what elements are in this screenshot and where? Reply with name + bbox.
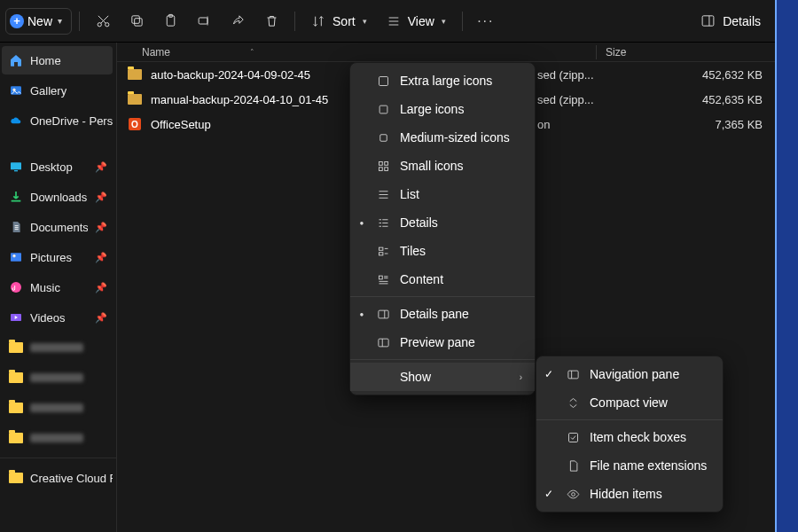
menu-item-check-boxes[interactable]: Item check boxes [536, 423, 723, 451]
view-button[interactable]: View ▾ [378, 5, 455, 37]
sort-button[interactable]: Sort ▾ [302, 5, 376, 37]
menu-item-content[interactable]: Content [350, 265, 535, 293]
sidebar-item-label: OneDrive - Pers [30, 114, 113, 128]
sidebar-item-label: Documents [30, 221, 88, 234]
menu-item-label: Details pane [400, 307, 469, 321]
preview-pane-icon [375, 336, 391, 349]
redacted-label [30, 403, 83, 412]
share-button[interactable] [222, 5, 254, 37]
menu-item-extensions[interactable]: File name extensions [536, 451, 723, 480]
chevron-down-icon: ▾ [363, 17, 367, 26]
column-header-name[interactable]: Name [117, 46, 170, 59]
svg-rect-20 [384, 161, 387, 165]
sidebar-item-videos[interactable]: Videos 📌 [2, 303, 113, 332]
sidebar-item-folder[interactable] [2, 364, 113, 392]
sidebar-item-folder[interactable] [2, 394, 113, 422]
menu-item-tiles[interactable]: Tiles [350, 237, 535, 265]
extra-large-icons-icon [375, 74, 391, 88]
svg-point-9 [13, 89, 16, 91]
menu-item-compact-view[interactable]: Compact view [536, 388, 723, 417]
sidebar-item-label: Desktop [30, 160, 73, 174]
file-type: sed (zipp... [537, 93, 599, 106]
menu-item-hidden-items[interactable]: ✓Hidden items [536, 480, 723, 508]
menu-item-show[interactable]: Show› [350, 363, 535, 391]
svg-rect-19 [379, 161, 382, 165]
bullet-icon: ● [357, 219, 366, 227]
sidebar-item-desktop[interactable]: Desktop 📌 [2, 153, 113, 181]
onedrive-icon [9, 113, 23, 128]
sidebar-item-documents[interactable]: Documents 📌 [2, 213, 113, 241]
svg-rect-24 [379, 252, 382, 254]
chevron-down-icon: ▾ [442, 17, 446, 26]
menu-item-label: Tiles [400, 244, 426, 258]
svg-rect-25 [379, 276, 382, 279]
menu-divider [350, 359, 535, 360]
file-size: 7,365 KB [608, 118, 775, 131]
file-type: on [537, 118, 599, 131]
menu-item-extra-large-icons[interactable]: Extra large icons [350, 66, 535, 95]
downloads-icon [9, 190, 23, 204]
sidebar-item-pictures[interactable]: Pictures 📌 [2, 243, 113, 271]
details-pane-icon [375, 308, 391, 321]
menu-item-details[interactable]: ●Details [350, 208, 535, 237]
rename-button[interactable] [188, 5, 220, 37]
menu-item-large-icons[interactable]: Large icons [350, 95, 535, 123]
sidebar-item-gallery[interactable]: Gallery [2, 76, 113, 105]
sidebar-item-downloads[interactable]: Downloads 📌 [2, 183, 113, 211]
sidebar-item-label: Home [30, 54, 61, 67]
folder-icon [128, 92, 142, 106]
svg-rect-26 [378, 310, 387, 318]
sidebar-item-label: Creative Cloud F [30, 472, 113, 485]
paste-button[interactable] [154, 5, 186, 37]
pin-icon: 📌 [95, 252, 107, 263]
toolbar-divider [79, 12, 80, 31]
medium-icons-icon [375, 131, 391, 145]
menu-item-small-icons[interactable]: Small icons [350, 152, 535, 180]
menu-item-navigation-pane[interactable]: ✓Navigation pane [536, 360, 723, 388]
menu-item-label: Hidden items [590, 487, 662, 501]
chevron-down-icon: ▾ [58, 16, 62, 26]
svg-rect-21 [379, 167, 382, 170]
content-icon [375, 273, 391, 286]
svg-rect-27 [378, 339, 387, 347]
sidebar-item-creative-cloud[interactable]: Creative Cloud F [2, 464, 113, 492]
menu-item-list[interactable]: List [350, 180, 535, 208]
sidebar-item-onedrive[interactable]: OneDrive - Pers [2, 106, 113, 135]
sidebar-item-folder[interactable] [2, 333, 113, 362]
menu-item-medium-icons[interactable]: Medium-sized icons [350, 123, 535, 152]
svg-rect-10 [11, 162, 21, 169]
chevron-right-icon: › [520, 372, 522, 382]
new-button[interactable]: + New ▾ [5, 8, 72, 35]
delete-button[interactable] [255, 5, 287, 37]
toolbar-divider [294, 12, 295, 31]
svg-rect-16 [379, 76, 387, 85]
sidebar-item-label: Downloads [30, 191, 87, 204]
gallery-icon [9, 83, 23, 98]
details-toggle-button[interactable]: Details [692, 5, 770, 37]
desktop-background [777, 0, 798, 532]
sidebar-item-folder[interactable] [2, 424, 113, 452]
more-button[interactable]: ··· [470, 5, 502, 37]
sidebar-item-home[interactable]: Home [2, 46, 113, 74]
copy-button[interactable] [121, 5, 153, 37]
show-submenu: ✓Navigation pane Compact view Item check… [536, 356, 724, 512]
menu-item-label: Content [400, 272, 443, 286]
menu-item-details-pane[interactable]: ●Details pane [350, 300, 535, 328]
svg-rect-17 [379, 106, 387, 113]
menu-divider [350, 296, 535, 297]
svg-rect-2 [134, 19, 142, 27]
folder-icon [128, 67, 142, 82]
menu-item-preview-pane[interactable]: Preview pane [350, 328, 535, 356]
sidebar-item-music[interactable]: Music 📌 [2, 273, 113, 301]
svg-rect-6 [199, 18, 207, 24]
svg-point-13 [13, 254, 16, 257]
pin-icon: 📌 [95, 312, 107, 324]
file-type: sed (zipp... [537, 68, 599, 82]
music-icon [9, 280, 23, 294]
file-area: Name ˄ Size auto-backup-2024-04-09-02-45… [117, 43, 775, 532]
svg-point-30 [571, 492, 575, 496]
column-header-size[interactable]: Size [606, 46, 626, 59]
cut-button[interactable] [87, 5, 119, 37]
svg-rect-23 [379, 247, 382, 250]
sort-label: Sort [332, 14, 356, 28]
